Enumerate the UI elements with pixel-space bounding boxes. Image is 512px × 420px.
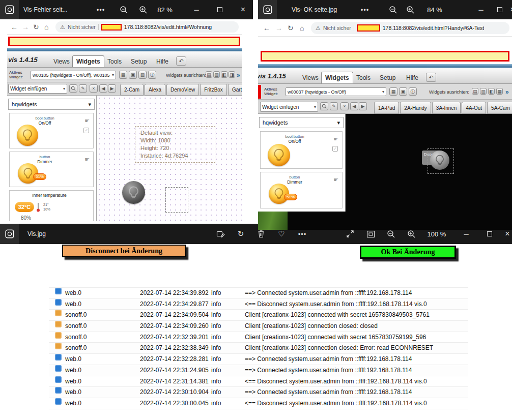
sonoff-adapter-icon [55,332,62,339]
log-level: info [211,387,221,398]
vis-menu-views: Views [299,72,322,83]
vis-toolbar: Aktives Widget: w00105 (hqwidgets - On/O… [7,68,242,82]
hand-cursor-icon: ☛ [333,176,338,183]
log-level: info [211,398,221,409]
log-message: <== Disconnect system.user.admin from ::… [245,398,427,409]
browser-back-icon: ← [263,19,270,36]
zoom-out-button[interactable] [116,0,131,19]
divider [98,24,99,30]
more-options-button[interactable]: ••• [356,0,374,19]
view-tab: 5A-Cam [487,102,512,114]
browser-home-icon: ⌂ [44,19,48,34]
bulb-off-widget [430,151,449,170]
info-icon: ⓘ [409,87,417,96]
vis-brand: vis 1.4.15 [258,72,286,80]
log-row: web.0 2022-07-14 22:31:24.905 info ==> C… [49,365,468,376]
titlebar: Vis-Fehler seit... ••• 82 % ─ × [0,0,253,19]
minimize-button[interactable]: ─ [187,0,206,19]
zoom-in-button[interactable] [403,0,418,19]
log-message: Client [creationx-1023] connection close… [245,321,378,332]
browser-address-bar: ⚠ Nicht sicher 178.118:8082/vis/edit.htm… [55,21,239,33]
widget-card-temperature: Inner temperature 32°C 21° 10% 80% [9,190,94,221]
log-time: 2022-07-14 22:30:00.045 [140,398,209,409]
vis-canvas-dark: Dose-8 [346,114,512,230]
browser-forward-icon: → [275,19,282,36]
view-tab: 4A-Out [462,102,486,114]
chevron-down-icon: ▾ [382,89,384,94]
more-options-button[interactable]: ••• [92,0,110,19]
align-icon: ▥ [213,71,220,78]
browser-home-icon: ⌂ [300,19,304,36]
expand-toolbar-icon: » [505,88,509,96]
log-row: sonoff.0 2022-07-14 22:32:38.349 info Cl… [49,343,468,354]
close-button[interactable]: × [508,0,512,19]
web-adapter-icon [55,354,62,361]
vis-header-bar [258,64,512,68]
vis-menu-hilfe: Hilfe [403,72,422,83]
vis-menubar: vis 1.4.15 Views Widgets Tools Setup Hil… [258,68,512,84]
bulb-off-widget [122,181,145,204]
log-level: info [211,376,221,387]
redaction-box [357,24,380,32]
rotate-button[interactable]: ↻ [233,224,248,244]
align-icon: ▦ [496,88,503,95]
chevron-down-icon: ▾ [314,105,316,109]
selection-rectangle [165,187,188,213]
vis-menu-hilfe: Hilfe [153,55,172,67]
vis-panelbar: Widget einfügen ▾ ✎ × ◀ ▶ 1A-Pad 2A-Hand… [258,100,512,114]
tab-scroll-left-icon: ◀ [350,102,358,110]
chevron-down-icon: ▾ [88,101,91,108]
chevron-down-icon: ▾ [63,86,65,91]
redaction-box [101,24,122,31]
vis-menu-tools: Tools [104,55,125,67]
redaction-strip [258,85,261,99]
sonoff-adapter-icon [55,310,62,316]
log-message: ==> Connected system.user.admin from ::f… [245,354,412,365]
photos-app-icon [0,0,19,19]
widget-tool-icon: ▣ [399,87,407,96]
zoom-out-button[interactable] [385,0,401,19]
chevron-down-icon: ▾ [112,73,114,77]
edit-image-button[interactable] [213,224,228,244]
not-secure-label: Nicht sicher [323,25,351,31]
log-message: Client [creationx-1023] connected with s… [245,332,426,343]
log-adapter: web.0 [65,354,81,365]
log-level: info [211,299,221,310]
bulb-on-icon [268,144,290,166]
minimize-button[interactable]: ─ [472,0,490,19]
search-icon [69,84,77,93]
photo-window-ok: Vis- OK seite.jpg ••• 84 % ─ × ← → ↻ ⌂ ⚠ [258,0,512,230]
photos-app-icon [0,224,19,244]
divider [354,25,354,31]
photos-app-icon [258,0,277,19]
chevron-down-icon: ▾ [337,119,340,126]
close-panel-icon: × [340,102,349,110]
maximize-button[interactable] [211,0,229,19]
widget-card-onoff: bool.button On/Off ☛ ✓ [9,113,94,148]
vis-body: hqwidgets ▾ bool.button On/Off ☛ ✓ butto… [7,96,242,221]
tab-scroll-right-icon: ▶ [108,84,116,93]
wallpaper-grass [258,212,288,230]
log-row: web.0 2022-07-14 22:34:29.877 info <== D… [49,299,468,310]
active-widget-label: Aktives [9,70,22,75]
zoom-level: 82 % [153,0,177,19]
log-adapter: web.0 [65,299,81,310]
log-time: 2022-07-14 22:34:39.892 [140,288,209,299]
zoom-in-button[interactable] [135,0,151,19]
close-button[interactable]: × [233,0,253,19]
hand-cursor-icon: ☛ [84,156,90,163]
log-table: web.0 2022-07-14 22:34:39.892 info ==> C… [49,287,468,409]
log-row: sonoff.0 2022-07-14 22:32:39.201 info Cl… [49,332,468,343]
log-adapter: sonoff.0 [65,332,87,343]
banner-disconnect: Disconnect bei Änderung [62,245,186,257]
align-icon: ▤ [206,71,212,78]
view-tab: 3A-Innen [432,102,461,114]
align-icon: ◨ [229,71,235,78]
view-tab: FritzBox [200,84,227,96]
maximize-button[interactable] [491,0,508,19]
log-adapter: sonoff.0 [65,321,87,332]
align-icon: ▤ [472,88,478,95]
redaction-bar [8,37,240,46]
window-title: Vis.jpg [27,224,46,244]
active-widget-label: Widget: [9,75,23,79]
